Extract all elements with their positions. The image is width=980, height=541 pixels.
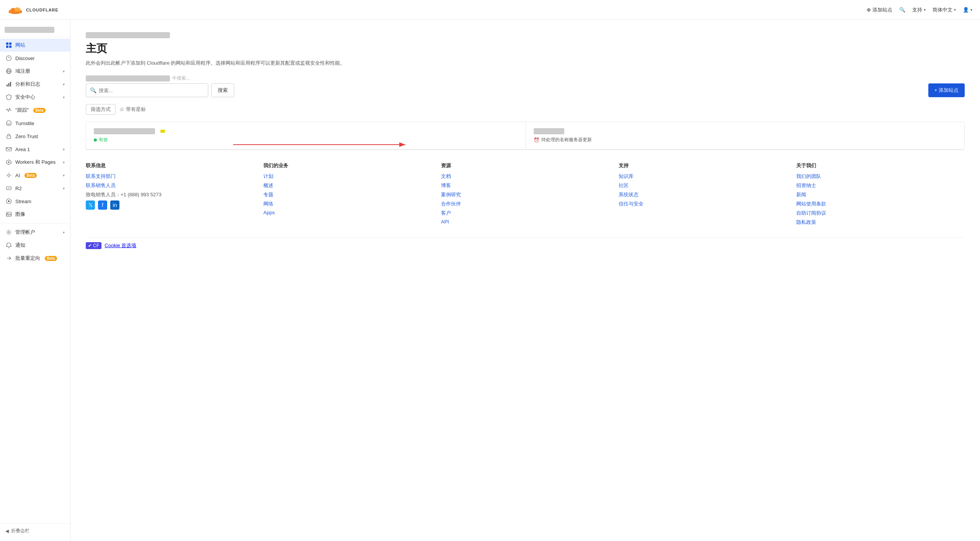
sidebar-item-label: Workers 和 Pages bbox=[15, 159, 56, 166]
footer-link-featured[interactable]: 专题 bbox=[263, 191, 432, 198]
sidebar-item-r2[interactable]: R2 ▾ bbox=[0, 182, 70, 195]
footer-cookie-link[interactable]: Cookie 首选项 bbox=[105, 242, 136, 249]
topnav-user-button[interactable]: 👤 ▾ bbox=[963, 7, 972, 13]
footer-link-network[interactable]: 网络 bbox=[263, 200, 432, 207]
sidebar-item-analytics[interactable]: 分析和日志 ▾ bbox=[0, 78, 70, 91]
footer-link-docs[interactable]: 文档 bbox=[441, 173, 609, 180]
user-icon: 👤 bbox=[963, 7, 969, 13]
footer-link-blog[interactable]: 博客 bbox=[441, 182, 609, 189]
bar-chart-icon bbox=[5, 81, 12, 88]
topnav-add-site-button[interactable]: ⊕ 添加站点 bbox=[867, 7, 892, 13]
footer-link-system-status[interactable]: 系统状态 bbox=[619, 191, 787, 198]
footer-phone: 致电销售人员：+1 (888) 993 5273 bbox=[86, 191, 254, 198]
footer-link-kb[interactable]: 知识库 bbox=[619, 173, 787, 180]
workers-icon bbox=[5, 159, 12, 166]
account-bar bbox=[86, 32, 965, 38]
linkedin-icon[interactable]: in bbox=[110, 200, 119, 210]
footer-link-partners[interactable]: 合作伙伴 bbox=[441, 200, 609, 207]
globe-icon bbox=[5, 68, 12, 75]
page-description: 此外会列出此帐户下添加到 Cloudflare 的网站和应用程序。选择网站和应用… bbox=[86, 60, 965, 67]
search-input[interactable] bbox=[99, 88, 204, 93]
svg-point-33 bbox=[8, 231, 10, 233]
site-status-label: 待处理的名称服务器更新 bbox=[541, 137, 592, 143]
sidebar-item-websites[interactable]: 网站 bbox=[0, 39, 70, 52]
footer-link-apps[interactable]: Apps bbox=[263, 210, 432, 215]
page-title: 主页 bbox=[86, 41, 965, 56]
turnstile-icon bbox=[5, 120, 12, 127]
ai-icon bbox=[5, 172, 12, 179]
footer-link-terms[interactable]: 网站使用条款 bbox=[796, 200, 965, 207]
sidebar-item-images[interactable]: 图像 bbox=[0, 208, 70, 221]
cloudflare-logo-icon bbox=[8, 5, 23, 15]
svg-rect-15 bbox=[8, 83, 10, 86]
footer-col-about: 关于我们 我们的团队 招资纳士 新闻 网站使用条款 自助订阅协议 隐私政策 bbox=[796, 162, 965, 228]
chevron-right-icon: ▾ bbox=[63, 82, 65, 86]
sidebar-item-label: 安全中心 bbox=[15, 94, 35, 101]
add-site-btn-label: + 添加站点 bbox=[934, 87, 959, 94]
footer-link-support[interactable]: 联系支持部门 bbox=[86, 173, 254, 180]
site-name-row bbox=[534, 128, 957, 134]
sidebar-item-label: 通知 bbox=[15, 242, 25, 249]
topnav-language-button[interactable]: 简体中文 ▾ bbox=[933, 7, 956, 13]
sidebar-item-zerotrust[interactable]: Zero Trust bbox=[0, 130, 70, 143]
starred-filter-button[interactable]: ☆ 带有星标 bbox=[119, 106, 146, 113]
sidebar-item-stream[interactable]: Stream bbox=[0, 195, 70, 208]
footer-link-investors[interactable]: 招资纳士 bbox=[796, 182, 965, 189]
site-card-pending[interactable]: ⏰ 待处理的名称服务器更新 bbox=[526, 122, 965, 149]
footer-link-case-studies[interactable]: 案例研究 bbox=[441, 191, 609, 198]
search-label-row: 中搜索... bbox=[86, 75, 965, 81]
footer-link-news[interactable]: 新闻 bbox=[796, 191, 965, 198]
sidebar-item-ai[interactable]: AI Beta ▾ bbox=[0, 169, 70, 182]
footer-link-customers[interactable]: 客户 bbox=[441, 210, 609, 217]
sidebar-item-label: 域注册 bbox=[15, 68, 30, 75]
sidebar-item-workers[interactable]: Workers 和 Pages ▾ bbox=[0, 156, 70, 169]
footer-link-community[interactable]: 社区 bbox=[619, 182, 787, 189]
footer-col-contact: 联系信息 联系支持部门 联系销售人员 致电销售人员：+1 (888) 993 5… bbox=[86, 162, 254, 228]
twitter-icon[interactable]: 𝕏 bbox=[86, 200, 95, 210]
r2-icon bbox=[5, 185, 12, 192]
sidebar-item-turnstile[interactable]: Turnstile bbox=[0, 117, 70, 130]
topnav-search-button[interactable]: 🔍 bbox=[899, 7, 905, 13]
footer-link-trust[interactable]: 信任与安全 bbox=[619, 200, 787, 207]
footer-link-privacy[interactable]: 隐私政策 bbox=[796, 219, 965, 226]
footer-link-overview[interactable]: 概述 bbox=[263, 182, 432, 189]
image-icon bbox=[5, 211, 12, 218]
svg-point-21 bbox=[8, 161, 10, 163]
footer-link-sales[interactable]: 联系销售人员 bbox=[86, 182, 254, 189]
sidebar-item-area1[interactable]: Area 1 ▾ bbox=[0, 143, 70, 156]
sidebar-item-trace[interactable]: "跟踪" Beta bbox=[0, 104, 70, 117]
sidebar-item-bulk-redirect[interactable]: 批量重定向 Beta bbox=[0, 252, 70, 265]
sidebar-item-notify[interactable]: 通知 bbox=[0, 239, 70, 252]
search-row: 🔍 搜索 + 添加站点 bbox=[86, 83, 965, 97]
svg-point-3 bbox=[14, 7, 20, 12]
facebook-icon[interactable]: f bbox=[98, 200, 107, 210]
footer-link-plans[interactable]: 计划 bbox=[263, 173, 432, 180]
add-site-button[interactable]: + 添加站点 bbox=[928, 83, 965, 97]
sidebar-collapse[interactable]: ◀ 折叠边栏 bbox=[0, 523, 70, 538]
filter-mode-button[interactable]: 筛选方式 bbox=[86, 104, 116, 115]
topnav-support-button[interactable]: 支持 ▾ bbox=[912, 7, 926, 13]
chevron-down-icon: ▾ bbox=[924, 8, 926, 12]
account-name-blurred bbox=[5, 27, 54, 33]
search-button[interactable]: 搜索 bbox=[211, 83, 234, 97]
svg-rect-5 bbox=[6, 42, 8, 45]
grid-icon bbox=[5, 42, 12, 49]
chevron-right-icon: ▾ bbox=[63, 230, 65, 235]
sidebar-item-discover[interactable]: Discover bbox=[0, 52, 70, 65]
clock-icon: ⏰ bbox=[534, 137, 539, 143]
sidebar-account bbox=[0, 23, 70, 37]
sidebar: 网站 Discover 域注册 ▾ 分析和日志 ▾ bbox=[0, 20, 70, 541]
sidebar-item-manage[interactable]: 管理帐户 ▾ bbox=[0, 226, 70, 239]
chevron-right-icon: ▾ bbox=[63, 160, 65, 165]
beta-badge: Beta bbox=[45, 256, 57, 261]
site-name-blurred bbox=[94, 128, 155, 134]
site-card-active[interactable]: 有效 bbox=[86, 122, 525, 149]
footer-link-team[interactable]: 我们的团队 bbox=[796, 173, 965, 180]
chevron-down-icon: ▾ bbox=[954, 8, 956, 12]
status-dot-green bbox=[94, 139, 97, 142]
sidebar-item-security[interactable]: 安全中心 ▾ bbox=[0, 91, 70, 104]
footer-link-subscription[interactable]: 自助订阅协议 bbox=[796, 210, 965, 217]
footer-link-api[interactable]: API bbox=[441, 219, 609, 225]
sites-grid: 有效 ⏰ 待处理的名称服务器更新 bbox=[86, 122, 965, 150]
sidebar-item-domain[interactable]: 域注册 ▾ bbox=[0, 65, 70, 78]
